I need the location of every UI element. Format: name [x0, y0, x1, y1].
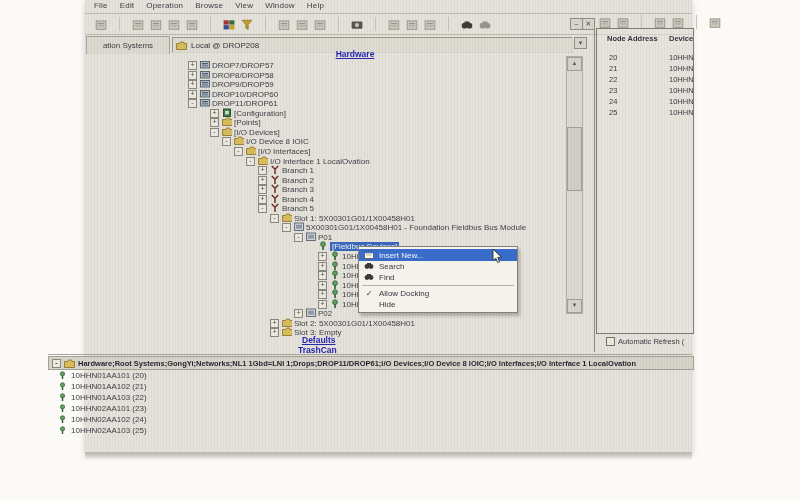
- expand-toggle-icon[interactable]: +: [188, 80, 197, 89]
- tree-item-label[interactable]: Branch 1: [282, 166, 314, 175]
- copy-icon[interactable]: [167, 17, 181, 31]
- binoculars-light-icon[interactable]: [478, 17, 492, 31]
- expand-toggle-icon[interactable]: +: [294, 309, 303, 318]
- expand-toggle-icon[interactable]: -: [222, 137, 231, 146]
- tree-item-label[interactable]: Slot 1: 5X00301G01/1X00458H01: [294, 214, 415, 223]
- expand-toggle-icon[interactable]: +: [318, 290, 327, 299]
- node-address-cell[interactable]: 25: [609, 108, 617, 117]
- expand-toggle-icon[interactable]: +: [318, 252, 327, 261]
- device-cell[interactable]: 10HHN01AA102: [669, 64, 694, 73]
- tree-root-hardware[interactable]: Hardware: [300, 49, 410, 59]
- list-icon[interactable]: [616, 15, 630, 29]
- expand-toggle-icon[interactable]: +: [318, 271, 327, 280]
- dock-device-item[interactable]: 10HHN01AA101 (20): [58, 371, 147, 381]
- node-address-cell[interactable]: 20: [609, 53, 617, 62]
- close-icon[interactable]: [708, 15, 722, 29]
- tab-systems[interactable]: ation Systems: [86, 36, 170, 54]
- palette-icon[interactable]: [222, 17, 236, 31]
- tree-scrollbar[interactable]: ▲ ▼: [566, 56, 583, 314]
- binoculars-icon[interactable]: [460, 17, 474, 31]
- menu-view[interactable]: View: [229, 1, 259, 10]
- context-menu-item-hide[interactable]: Hide: [359, 299, 517, 310]
- menu-operation[interactable]: Operation: [140, 1, 189, 10]
- paste-icon[interactable]: [185, 17, 199, 31]
- delete-icon[interactable]: [405, 17, 419, 31]
- tree-item-label[interactable]: Branch 3: [282, 185, 314, 194]
- tree-item-label[interactable]: I/O Interface 1 LocalOvation: [270, 157, 370, 166]
- tree-item-label[interactable]: [Configuration]: [234, 109, 286, 118]
- expand-toggle-icon[interactable]: +: [210, 109, 219, 118]
- node-address-cell[interactable]: 23: [609, 86, 617, 95]
- expand-toggle-icon[interactable]: +: [318, 262, 327, 271]
- menu-edit[interactable]: Edit: [114, 1, 141, 10]
- tree-item-label[interactable]: DROP10/DROP60: [212, 90, 278, 99]
- device-cell[interactable]: 10HHN02AA101: [669, 86, 694, 95]
- expand-toggle-icon[interactable]: +: [188, 61, 197, 70]
- node-address-cell[interactable]: 22: [609, 75, 617, 84]
- tree-item-label[interactable]: DROP8/DROP58: [212, 71, 274, 80]
- undo-icon[interactable]: [131, 17, 145, 31]
- collapse-icon[interactable]: -: [52, 359, 61, 368]
- menu-window[interactable]: Window: [259, 1, 301, 10]
- import-icon[interactable]: [277, 17, 291, 31]
- export-icon[interactable]: [295, 17, 309, 31]
- filter-icon[interactable]: [240, 17, 254, 31]
- expand-toggle-icon[interactable]: -: [258, 204, 267, 213]
- expand-toggle-icon[interactable]: -: [246, 157, 255, 166]
- window-icon[interactable]: [653, 15, 667, 29]
- expand-toggle-icon[interactable]: +: [270, 319, 279, 328]
- print-icon[interactable]: [94, 17, 108, 31]
- expand-toggle-icon[interactable]: +: [258, 166, 267, 175]
- dock-device-item[interactable]: 10HHN01AA102 (21): [58, 382, 147, 392]
- automatic-refresh-checkbox[interactable]: Automatic Refresh (: [606, 337, 692, 346]
- expand-toggle-icon[interactable]: +: [258, 195, 267, 204]
- combo-dropdown-button[interactable]: ▾: [574, 37, 587, 49]
- device-cell[interactable]: 10HHN01AA101: [669, 53, 694, 62]
- expand-toggle-icon[interactable]: +: [188, 90, 197, 99]
- node-address-cell[interactable]: 21: [609, 64, 617, 73]
- grid-icon[interactable]: [598, 15, 612, 29]
- tree-item-label[interactable]: Slot 2: 5X00301G01/1X00458H01: [294, 319, 415, 328]
- dock-device-item[interactable]: 10HHN02AA103 (25): [58, 426, 147, 436]
- duplicate-icon[interactable]: [313, 17, 327, 31]
- checkbox-icon[interactable]: [606, 337, 615, 346]
- dock-device-item[interactable]: 10HHN01AA103 (22): [58, 393, 147, 403]
- dock-panel-header[interactable]: - Hardware;Root Systems;GongYi;Networks;…: [48, 356, 694, 370]
- expand-toggle-icon[interactable]: -: [234, 147, 243, 156]
- expand-toggle-icon[interactable]: -: [188, 99, 197, 108]
- select-frame-icon[interactable]: [387, 17, 401, 31]
- scroll-up-icon[interactable]: ▲: [567, 57, 582, 71]
- panel-splitter[interactable]: [594, 26, 595, 352]
- expand-toggle-icon[interactable]: -: [294, 233, 303, 242]
- expand-toggle-icon[interactable]: +: [188, 71, 197, 80]
- tree-item-label[interactable]: 5X00301G01/1X00458H01 - Foundation Field…: [306, 223, 526, 232]
- node-address-cell[interactable]: 24: [609, 97, 617, 106]
- tree-item-label[interactable]: DROP9/DROP59: [212, 80, 274, 89]
- device-cell[interactable]: 10HHN02AA103: [669, 108, 694, 117]
- refresh-icon[interactable]: [423, 17, 437, 31]
- menu-help[interactable]: Help: [301, 1, 330, 10]
- tree-item-label[interactable]: DROP7/DROP57: [212, 61, 274, 70]
- expand-toggle-icon[interactable]: +: [258, 176, 267, 185]
- expand-toggle-icon[interactable]: +: [258, 185, 267, 194]
- tree-item-label[interactable]: P02: [318, 309, 332, 318]
- expand-toggle-icon[interactable]: -: [270, 214, 279, 223]
- cut-icon[interactable]: [149, 17, 163, 31]
- dock-device-item[interactable]: 10HHN02AA101 (23): [58, 404, 147, 414]
- expand-toggle-icon[interactable]: +: [270, 328, 279, 337]
- scrollbar-thumb[interactable]: [567, 127, 582, 191]
- tree-item-label[interactable]: [Points]: [234, 118, 261, 127]
- tree-item-label[interactable]: Branch 2: [282, 176, 314, 185]
- menu-file[interactable]: File: [88, 1, 114, 10]
- menu-browse[interactable]: Browse: [189, 1, 229, 10]
- context-menu-item-find[interactable]: Find: [359, 272, 517, 283]
- device-cell[interactable]: 10HHN01AA103: [669, 75, 694, 84]
- window2-icon[interactable]: [671, 15, 685, 29]
- dock-device-item[interactable]: 10HHN02AA102 (24): [58, 415, 147, 425]
- snapshot-icon[interactable]: [350, 17, 364, 31]
- device-cell[interactable]: 10HHN02AA102: [669, 97, 694, 106]
- expand-toggle-icon[interactable]: -: [210, 128, 219, 137]
- scroll-down-icon[interactable]: ▼: [567, 299, 582, 313]
- expand-toggle-icon[interactable]: +: [210, 118, 219, 127]
- context-menu-item-allow-docking[interactable]: ✓Allow Docking: [359, 288, 517, 299]
